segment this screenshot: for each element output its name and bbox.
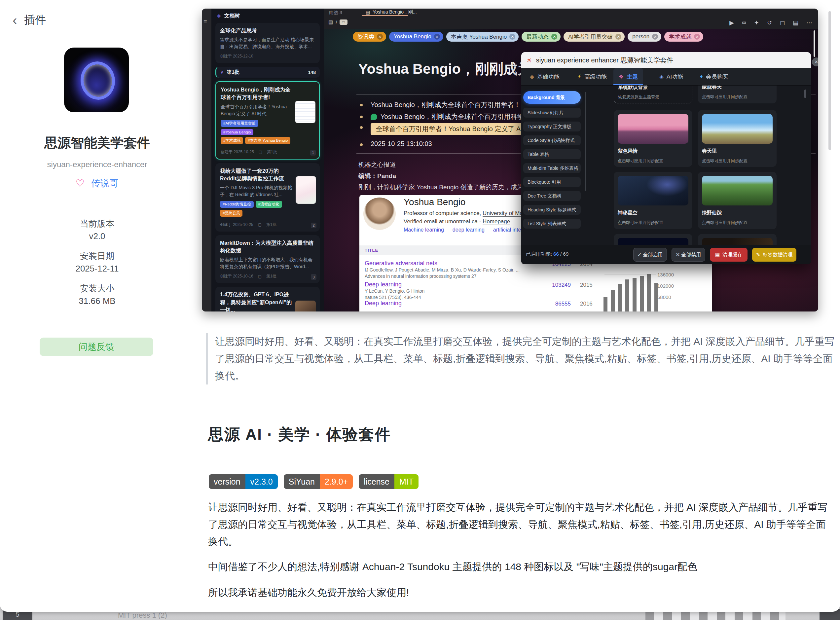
card-excerpt: 一个 DJI Mavic 3 Pro 炸机的视频帖子，在 Reddit 的 r/… xyxy=(220,184,293,198)
readme-paragraph: 让思源同时好用、好看、又聪明：在真实工作流里打磨交互体验，提供完全可定制的主题与… xyxy=(208,499,836,550)
doctree-card: MarkItDown：为大模型注入高质量非结构化数据 随着模型上下文窗口的不断增… xyxy=(215,235,320,283)
sparkles-icon: ✦ xyxy=(754,19,759,26)
back-chevron-icon[interactable]: ‹ xyxy=(12,14,17,27)
theme-card: 春天里 点击即可应用并同步配置 xyxy=(698,110,777,167)
dialog-theme-grid: 系统默认背景 恢复思源原生主题背景 朦胧春天 点击即可应用并同步配置 紫色风情 … xyxy=(614,85,779,245)
card-title: 1.4万亿投资、GPT-6、IPO进程，奥特曼回应“新OpenAI”的一切... xyxy=(220,291,292,312)
chevron-down-icon: ∨ xyxy=(220,70,224,75)
card-created: 创建于 2025-10-16 xyxy=(220,274,253,279)
doctree-header: 文档树 xyxy=(224,12,240,20)
card-title: Yoshua Bengio，刚刚成为全球首个百万引用学者! xyxy=(221,86,293,101)
card-tag: #Reddit舆情监控 xyxy=(220,201,254,208)
theme-card: 绿野仙踪 点击即可应用并同步配置 xyxy=(698,172,777,229)
nav-item-codestyle: Code Style 代码块样式 xyxy=(523,135,581,145)
tag-pill: AI学者引用量突破✕ xyxy=(563,32,625,42)
dialog-footer: 已启用功能: 66 / 69 ✓ 全部启用 ✕ 全部禁用 ▦清理缓存 ✎标签数据… xyxy=(521,245,811,264)
plugin-author-link[interactable]: 传说哥 xyxy=(91,177,119,190)
chart-bar xyxy=(625,280,629,312)
nav-item-typography: Typography 正文排版 xyxy=(523,122,581,131)
back-label[interactable]: 插件 xyxy=(24,12,46,27)
tab-advanced: ⚡高级功能 xyxy=(577,68,607,85)
theme-thumbnail xyxy=(702,114,772,144)
nav-item-table: Table 表格 xyxy=(523,149,581,159)
close-icon: ✕ xyxy=(694,34,700,40)
version-badge: versionv2.3.0 xyxy=(209,474,278,489)
tag-pill: 最新动态✕ xyxy=(522,32,560,42)
underlay-caption: MIT press 1 (2) xyxy=(118,611,167,620)
gem-icon: ♦ xyxy=(700,73,703,80)
scholar-affiliation: Professor of computer science, Universit… xyxy=(403,210,539,217)
scholar-name: Yoshua Bengio xyxy=(403,197,465,208)
dialog-titlebar: ✈ siyuan experience enhancer 思源智能美学套件 xyxy=(521,52,811,68)
feedback-button[interactable]: 问题反馈 xyxy=(40,337,153,356)
nav-item-background: Background 背景 xyxy=(523,91,581,104)
folder-icon: ▢ xyxy=(259,150,262,154)
bullet-item-highlighted: 全球首个百万引用学者！Yoshua Bengio 定义了 AI 时代 xyxy=(370,123,543,135)
theme-card-partial xyxy=(698,234,777,245)
doctree-icon: ❖ xyxy=(217,13,221,19)
dialog-title: siyuan experience enhancer 思源智能美学套件 xyxy=(536,56,673,65)
theme-thumbnail xyxy=(702,238,772,245)
card-created: 创建于 2025-10-25 xyxy=(221,149,254,155)
trash-icon: ▦ xyxy=(715,252,720,257)
nav-scrollbar xyxy=(585,92,586,191)
close-icon: ✕ xyxy=(434,34,440,40)
card-tag: #学术成就 xyxy=(221,137,243,144)
tag-pill: Yoshua Bengio✕ xyxy=(389,32,443,42)
card-number-badge: 2 xyxy=(311,223,316,228)
tab-basic: ◆基础功能 xyxy=(530,68,560,85)
card-tag: #Yoshua Bengio xyxy=(221,129,253,135)
plugin-settings-dialog: ✈ siyuan experience enhancer 思源智能美学套件 ◆基… xyxy=(521,52,811,264)
history-icon: ↺ xyxy=(767,19,772,26)
favorite-heart-icon[interactable]: ♡ xyxy=(76,178,84,188)
hamburger-icon: ≡ xyxy=(203,18,207,26)
screenshot-dock-strip: ≡ xyxy=(202,9,211,312)
nav-item-slideshow: Slideshow 幻灯片 xyxy=(523,108,581,117)
breadcrumb: ▤/▭ xyxy=(328,19,348,25)
screenshot-doctree-panel: ❖ 文档树 全球化产品思考 需求源头不是学习，而是生产活动 核心场景来自：出海贸… xyxy=(211,9,324,312)
close-icon: ✕ xyxy=(652,34,658,40)
paper-entry: Deep learning xyxy=(365,300,536,307)
folder-icon: ▢ xyxy=(258,274,262,279)
card-created: 创建于 2025-12-10 xyxy=(220,54,253,59)
plugin-screenshot-preview[interactable]: ≡ ❖ 文档树 全球化产品思考 需求源头不是学习，而是生产活动 核心场景来自：出… xyxy=(202,9,818,312)
bullet-item: 2025-10-25 13:10:03 xyxy=(370,140,432,147)
cited-year: 2015 xyxy=(580,282,593,288)
doctree-group-row: ∨ 第1批 148 xyxy=(215,67,320,78)
theme-thumbnail xyxy=(702,176,772,205)
theme-card: 紫色风情 点击即可应用并同步配置 xyxy=(614,110,692,167)
theme-thumbnail xyxy=(618,176,688,205)
wood-icon: ◆ xyxy=(530,73,534,80)
tag-pill: person✕ xyxy=(628,32,661,42)
palette-icon: ❖ xyxy=(619,73,624,80)
nav-item-heading: Heading Style 标题样式 xyxy=(523,205,581,215)
install-date-value: 2025-12-11 xyxy=(0,263,194,274)
plugin-title: 思源智能美学套件 xyxy=(0,134,194,152)
nav-item-liststyle: List Style 列表样式 xyxy=(523,219,581,229)
readme-paragraph: 中间借鉴了不少人的想法,特别感谢 Achuan-2 Tsundoku 主题提供的… xyxy=(208,558,836,575)
chart-bar xyxy=(640,276,644,312)
close-icon: ✕ xyxy=(377,34,383,40)
tab-active: ▤Yoshua Bengio，刚... xyxy=(366,9,417,15)
license-badge: licenseMIT xyxy=(359,474,418,489)
content-scrollbar xyxy=(804,90,806,98)
avatar xyxy=(363,197,396,230)
active-tab-underline xyxy=(362,15,408,16)
paper-entry: Deep learning Y LeCun, Y Bengio, G Hinto… xyxy=(365,281,536,301)
card-excerpt: 需求源头不是学习，而是生产活动 核心场景来自：出海贸易、跨境电商、海外投放、学术… xyxy=(220,36,315,50)
card-excerpt: 全球首个百万引用学者！Yoshua Bengio 定义了 AI 时代 xyxy=(221,103,293,117)
install-size-value: 31.66 MB xyxy=(0,296,194,306)
nav-item-multidim: Multi-dim Table 多维表格 xyxy=(523,163,581,173)
doctree-card-selected: Yoshua Bengio，刚刚成为全球首个百万引用学者! 全球首个百万引用学者… xyxy=(215,81,320,159)
chart-bar xyxy=(604,297,607,312)
page-scrollbar[interactable] xyxy=(828,11,831,150)
disable-all-button: ✕ 全部禁用 xyxy=(671,248,705,262)
back-row: ‹ 插件 xyxy=(12,12,46,27)
cited-count: 86555 xyxy=(544,301,571,307)
tab-theme: ❖主题 xyxy=(613,68,643,85)
plugin-icon-ring xyxy=(78,59,117,102)
tab-ai: ◈AI功能 xyxy=(659,68,683,85)
card-title: 我给大疆做了一套20万的Reddit品牌舆情监控工作流 xyxy=(220,167,293,182)
paper-entry: Generative adversarial nets IJ Goodfello… xyxy=(365,260,536,280)
plugin-package-name: siyuan-experience-enhancer xyxy=(0,160,194,169)
